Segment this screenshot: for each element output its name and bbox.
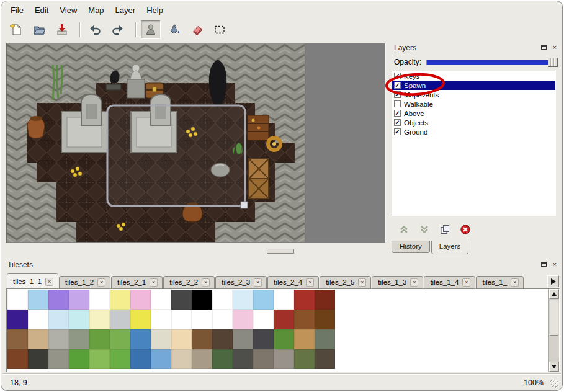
- palette-tile[interactable]: [315, 349, 335, 369]
- float-button[interactable]: [539, 260, 548, 269]
- stamp-tool-button[interactable]: [141, 20, 161, 39]
- palette-tile[interactable]: [69, 310, 89, 329]
- menu-item[interactable]: View: [54, 4, 83, 17]
- palette-tile[interactable]: [48, 310, 69, 329]
- new-file-button[interactable]: [6, 20, 26, 39]
- palette-tile[interactable]: [192, 290, 212, 310]
- palette-tile[interactable]: [171, 310, 192, 329]
- palette-tile[interactable]: [233, 310, 253, 329]
- dock-tab[interactable]: Layers: [431, 241, 469, 254]
- map-viewport[interactable]: [6, 43, 386, 243]
- layer-checkbox[interactable]: ✓: [394, 73, 401, 79]
- layer-checkbox[interactable]: ✓: [394, 82, 401, 89]
- menu-item[interactable]: Layer: [110, 4, 141, 17]
- map-selection-rect[interactable]: [107, 105, 248, 208]
- palette-tile[interactable]: [151, 310, 171, 329]
- delete-layer-button[interactable]: [459, 223, 472, 236]
- layer-checkbox[interactable]: ✓: [394, 128, 401, 135]
- tileset-tab[interactable]: tiles_2_2 ×: [163, 276, 215, 288]
- opacity-slider-track[interactable]: [426, 60, 558, 65]
- tileset-tab[interactable]: tiles_2_5 ×: [320, 276, 371, 288]
- scroll-up-button[interactable]: [549, 289, 559, 299]
- tab-close-icon[interactable]: ×: [202, 278, 210, 287]
- palette-tile[interactable]: [171, 329, 192, 349]
- redo-button[interactable]: [108, 20, 128, 39]
- menu-item[interactable]: File: [5, 4, 29, 17]
- vertical-scrollbar[interactable]: [548, 289, 559, 372]
- palette-tile[interactable]: [151, 329, 171, 349]
- palette-tile[interactable]: [192, 349, 212, 369]
- opacity-slider-handle[interactable]: [548, 58, 558, 67]
- tileset-tab[interactable]: tiles_1_1 ×: [7, 273, 58, 288]
- open-file-button[interactable]: [29, 20, 49, 39]
- palette-tile[interactable]: [89, 329, 110, 349]
- layer-checkbox[interactable]: ✓: [394, 119, 401, 126]
- tab-close-icon[interactable]: ×: [410, 278, 418, 287]
- palette-tile[interactable]: [274, 349, 294, 369]
- palette-tile[interactable]: [253, 329, 274, 349]
- palette-tile[interactable]: [28, 290, 48, 310]
- palette-tile[interactable]: [7, 290, 28, 310]
- palette-tile[interactable]: [48, 290, 69, 310]
- menu-item[interactable]: Help: [141, 4, 169, 17]
- tab-close-icon[interactable]: ×: [45, 278, 53, 286]
- tileset-tab[interactable]: tiles_2_4 ×: [267, 276, 319, 288]
- tileset-tab[interactable]: tiles_1_4 ×: [424, 276, 475, 288]
- palette-tile[interactable]: [294, 349, 315, 369]
- layer-checkbox[interactable]: ✓: [394, 91, 401, 98]
- tileset-tab[interactable]: tiles_1_3 ×: [372, 276, 423, 288]
- palette-tile[interactable]: [192, 310, 212, 329]
- palette-tile[interactable]: [7, 310, 28, 329]
- tab-scroll-right-button[interactable]: [547, 275, 559, 287]
- layer-row[interactable]: ✓ Ground: [392, 127, 555, 136]
- palette-tile[interactable]: [110, 310, 130, 329]
- duplicate-layer-button[interactable]: [439, 223, 451, 236]
- palette-tile[interactable]: [151, 290, 171, 310]
- map-canvas[interactable]: [7, 43, 305, 242]
- palette-tile[interactable]: [212, 329, 233, 349]
- palette-tile[interactable]: [253, 310, 274, 329]
- tileset-tab[interactable]: tiles_2_3 ×: [215, 276, 267, 288]
- palette-tile[interactable]: [110, 349, 130, 369]
- palette-tile[interactable]: [274, 329, 294, 349]
- palette-tile[interactable]: [69, 349, 89, 369]
- palette-tile[interactable]: [89, 349, 110, 369]
- close-button[interactable]: ×: [550, 43, 559, 51]
- menu-item[interactable]: Map: [83, 4, 109, 17]
- palette-tile[interactable]: [110, 290, 130, 310]
- palette-tile[interactable]: [7, 329, 28, 349]
- palette-tile[interactable]: [294, 310, 315, 329]
- resize-grip[interactable]: [550, 380, 558, 388]
- palette-tile[interactable]: [130, 329, 151, 349]
- palette-tile[interactable]: [212, 349, 233, 369]
- tileset-tab[interactable]: tiles_2_1 ×: [111, 276, 163, 288]
- tileset-tab[interactable]: tiles_1_ ×: [476, 276, 524, 288]
- tileset-tab[interactable]: tiles_1_2 ×: [59, 276, 110, 288]
- palette-tile[interactable]: [294, 329, 315, 349]
- palette-tile[interactable]: [130, 310, 151, 329]
- tab-close-icon[interactable]: ×: [97, 278, 105, 287]
- palette-tile[interactable]: [274, 310, 294, 329]
- tab-close-icon[interactable]: ×: [358, 278, 366, 287]
- scrollbar-thumb[interactable]: [550, 300, 558, 336]
- palette-tile[interactable]: [28, 310, 48, 329]
- layer-row[interactable]: Walkable: [392, 99, 555, 109]
- palette-tile[interactable]: [315, 290, 335, 310]
- palette-tile[interactable]: [274, 290, 294, 310]
- palette-tile[interactable]: [233, 329, 253, 349]
- tab-close-icon[interactable]: ×: [306, 278, 314, 287]
- float-button[interactable]: [539, 43, 548, 51]
- palette-tile[interactable]: [7, 349, 28, 369]
- palette-tile[interactable]: [89, 290, 110, 310]
- palette-tile[interactable]: [233, 290, 253, 310]
- splitter-handle[interactable]: [267, 249, 294, 254]
- palette-tile[interactable]: [315, 310, 335, 329]
- layer-row[interactable]: ✓ Spawn: [392, 81, 555, 90]
- palette-tile[interactable]: [48, 349, 69, 369]
- palette-tile[interactable]: [212, 290, 233, 310]
- palette-tile[interactable]: [28, 349, 48, 369]
- layer-row[interactable]: ✓ Objects: [392, 118, 555, 127]
- menu-item[interactable]: Edit: [29, 4, 54, 17]
- palette-tile[interactable]: [28, 329, 48, 349]
- palette-tile[interactable]: [171, 349, 192, 369]
